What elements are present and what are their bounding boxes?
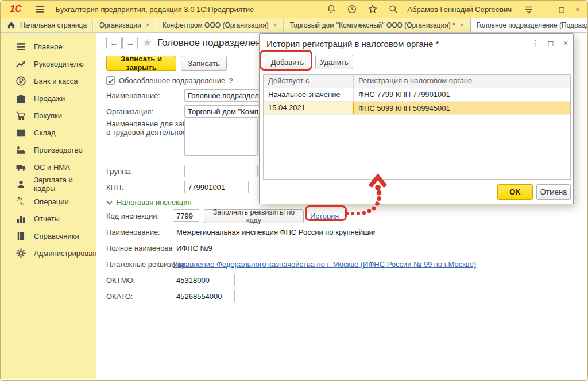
sidebar-label: Покупки — [34, 111, 62, 120]
tab-close-icon[interactable]: × — [273, 21, 277, 29]
tab-close-icon[interactable]: × — [146, 21, 150, 29]
table-row[interactable]: Начальное значение ФНС 7799 КПП 77990100… — [264, 88, 570, 102]
oktmo-label: ОКТМО: — [106, 276, 135, 285]
kpp-label: КПП: — [106, 183, 123, 192]
okato-input[interactable] — [173, 290, 235, 302]
dialog-close-icon[interactable]: × — [560, 38, 571, 48]
app-window: 1С Бухгалтерия предприятия, редакция 3.0… — [0, 0, 588, 381]
sidebar-item-zarplata-i-kadry[interactable]: Зарплата и кадры — [1, 176, 96, 193]
tax-inspection-section-header[interactable]: Налоговая инспекция — [106, 198, 192, 207]
sidebar-label: Операции — [34, 197, 69, 206]
save-and-close-button[interactable]: Записать и закрыть — [106, 56, 176, 71]
tab-close-icon[interactable]: × — [460, 21, 464, 29]
oktmo-input[interactable] — [173, 274, 235, 286]
cell-date: Начальное значение — [264, 88, 353, 101]
sidebar-item-operacii[interactable]: ДтКт Операции — [1, 193, 96, 210]
inspection-code-label: Код инспекции: — [106, 212, 159, 220]
save-button[interactable]: Записать — [181, 56, 227, 71]
tab-label: Головное подразделение (Подразделение) — [477, 21, 588, 29]
sidebar-item-spravochniki[interactable]: Справочники — [1, 227, 96, 244]
history-link[interactable]: История — [310, 212, 339, 220]
registration-history-dialog: История регистраций в налоговом органе *… — [259, 33, 574, 204]
ok-button[interactable]: OK — [497, 184, 533, 200]
book-icon — [16, 231, 26, 242]
section-title: Налоговая инспекция — [117, 198, 192, 207]
tab-organizations[interactable]: Организации × — [93, 18, 156, 32]
add-button[interactable]: Добавить — [265, 55, 310, 69]
sidebar-item-proizvodstvo[interactable]: Производство — [1, 141, 96, 158]
separate-division-label: Обособленное подразделение — [119, 76, 225, 85]
sidebar-item-prodazhi[interactable]: Продажи — [1, 90, 96, 107]
forward-button[interactable]: → — [122, 37, 138, 49]
home-icon — [7, 21, 16, 29]
sidebar-item-sklad[interactable]: Склад — [1, 124, 96, 141]
current-user[interactable]: Абрамов Геннадий Сергеевич — [407, 5, 512, 14]
main-menu-icon[interactable] — [34, 4, 45, 14]
table-header-row: Действует с Регистрация в налоговом орга… — [264, 75, 570, 88]
sidebar-label: Справочники — [34, 232, 79, 240]
cell-registration: ФНС 5099 КПП 509945001 — [353, 102, 570, 114]
sidebar-item-os-i-nma[interactable]: ОС и НМА — [1, 158, 96, 176]
notifications-bell-icon[interactable] — [326, 4, 336, 14]
close-button[interactable]: × — [571, 3, 584, 15]
column-header-registration[interactable]: Регистрация в налоговом органе — [353, 75, 570, 88]
kpp-input[interactable] — [184, 181, 249, 193]
name-label: Наименование: — [106, 91, 160, 100]
delete-button[interactable]: Удалить — [315, 55, 353, 69]
sidebar-label: Администрирование — [34, 249, 105, 258]
group-label: Группа: — [106, 167, 132, 176]
dialog-title: История регистраций в налоговом органе * — [266, 39, 439, 49]
tab-label: Организации — [99, 21, 141, 29]
sidebar-item-pokupki[interactable]: Покупки — [1, 107, 96, 124]
favorite-toggle-star-icon[interactable]: ★ — [142, 36, 152, 49]
service-menu-icon[interactable] — [524, 4, 534, 14]
cancel-button[interactable]: Отмена — [536, 184, 571, 200]
more-actions-icon[interactable]: ⋮ — [530, 38, 540, 48]
chevron-down-icon — [106, 200, 113, 205]
sidebar-label: Склад — [34, 129, 56, 137]
registration-history-table: Действует с Регистрация в налоговом орга… — [263, 74, 571, 180]
sidebar-item-rukovoditelyu[interactable]: Руководителю — [1, 55, 96, 72]
table-row-selected[interactable]: 15.04.2021 ФНС 5099 КПП 509945001 — [264, 102, 570, 115]
bar-chart-icon — [16, 213, 26, 224]
sidebar-label: Главное — [34, 42, 63, 51]
search-icon[interactable] — [388, 4, 399, 14]
back-button[interactable]: ← — [106, 37, 122, 49]
labor-records-textarea[interactable] — [184, 119, 258, 156]
sidebar-item-bank-i-kassa[interactable]: Банк и касса — [1, 72, 96, 90]
cart-icon — [16, 110, 26, 121]
labor-records-label-2: о трудовой деятельности: — [106, 128, 196, 137]
dialog-maximize-icon[interactable]: ◻ — [546, 38, 556, 48]
sidebar-label: Продажи — [34, 94, 65, 103]
sidebar-label: Зарплата и кадры — [34, 176, 96, 193]
full-name-input[interactable] — [173, 242, 378, 254]
app-title: Бухгалтерия предприятия, редакция 3.0 1С… — [56, 5, 254, 14]
column-header-date[interactable]: Действует с — [264, 75, 353, 88]
inspection-name-input[interactable] — [173, 226, 378, 238]
help-link[interactable]: ? — [229, 76, 233, 85]
fill-by-code-button[interactable]: Заполнить реквизиты по коду — [204, 209, 304, 223]
group-input[interactable] — [184, 165, 258, 177]
sidebar-label: ОС и НМА — [34, 163, 70, 172]
page-title: Головное подразделение — [157, 37, 272, 49]
separate-division-checkbox[interactable] — [106, 76, 115, 85]
tab-torgovy-dom[interactable]: Торговый дом "Комплексный" ООО (Организа… — [284, 18, 470, 32]
minimize-button[interactable]: – — [539, 3, 552, 15]
factory-icon — [16, 145, 26, 155]
check-icon — [107, 77, 114, 84]
trend-icon — [16, 59, 26, 69]
menu-icon — [16, 41, 26, 52]
sidebar-item-administrirovanie[interactable]: Администрирование — [1, 244, 96, 262]
sidebar-item-glavnoe[interactable]: Главное — [1, 38, 96, 55]
favorites-star-icon[interactable] — [368, 4, 378, 14]
tab-label: Начальная страница — [20, 21, 87, 29]
payment-details-link[interactable]: Управление Федерального казначейства по … — [173, 260, 476, 269]
maximize-button[interactable]: ◻ — [555, 3, 568, 15]
tab-golovnoe-podrazdelenie[interactable]: Головное подразделение (Подразделение) × — [470, 18, 588, 32]
bag-icon — [16, 93, 26, 104]
tab-home[interactable]: Начальная страница — [1, 18, 93, 32]
tab-konfetprom[interactable]: Конфетпром ООО (Организация) × — [156, 18, 284, 32]
history-clock-icon[interactable] — [347, 4, 357, 14]
inspection-code-input[interactable] — [173, 209, 199, 222]
sidebar-item-otchety[interactable]: Отчеты — [1, 210, 96, 227]
